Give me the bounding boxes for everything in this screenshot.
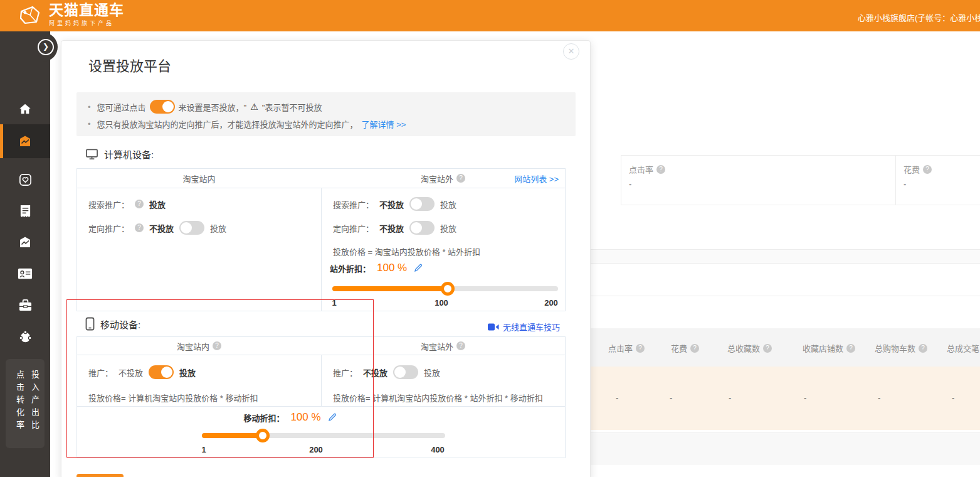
offsite-discount-row: 站外折扣： 100 % <box>330 262 423 274</box>
sidebar-item-toolbox[interactable] <box>0 290 50 320</box>
row-divider <box>77 406 565 407</box>
stat-card-cost: 花费 - <box>895 156 980 205</box>
help-icon[interactable] <box>135 223 144 232</box>
sidebar-item-creative[interactable] <box>0 227 50 257</box>
stat-value: - <box>904 180 906 189</box>
help-icon[interactable] <box>213 341 221 350</box>
mobile-out-formula: 投放价格= 计算机淘宝站内投放价格 * 站外折扣 * 移动折扣 <box>333 392 543 404</box>
learn-more-link[interactable]: 了解详情 >> <box>362 118 406 130</box>
slider-handle[interactable] <box>256 429 270 442</box>
report-list-icon <box>19 204 32 218</box>
computer-out-search-row: 搜索推广： 不投放 投放 <box>333 196 456 212</box>
briefcase-icon <box>18 299 33 312</box>
edit-pencil-icon[interactable] <box>413 263 423 273</box>
sidebar-item-favorites[interactable] <box>0 164 50 195</box>
video-camera-icon <box>488 323 499 331</box>
example-toggle[interactable] <box>150 100 175 114</box>
stat-label: 花费 <box>904 163 920 175</box>
network-globe-icon <box>18 330 33 344</box>
sidebar-item-home[interactable] <box>0 94 50 124</box>
promotion-icon <box>18 134 33 149</box>
save-button[interactable] <box>76 474 124 477</box>
help-icon[interactable] <box>690 344 699 353</box>
sidebar-item-report[interactable] <box>0 196 50 226</box>
brand-logo[interactable]: 天猫直通车 阿里妈妈旗下产品 <box>18 3 124 27</box>
help-icon[interactable] <box>456 341 465 350</box>
picture-frame-icon <box>18 235 33 250</box>
mobile-phone-icon <box>85 317 95 331</box>
report-table-footer <box>589 432 980 464</box>
tip-line-1: 您可通过点击 来设置是否投放，""表示暂不可投放 <box>88 100 322 114</box>
computer-in-search-row: 搜索推广： 投放 <box>88 196 166 212</box>
mobile-discount-slider[interactable] <box>202 433 445 438</box>
computer-out-targeted-row: 定向推广： 不投放 投放 <box>333 220 456 235</box>
toolbar-band <box>589 249 980 264</box>
stat-card-ctr: 点击率 - <box>621 156 896 205</box>
tip-line-2: 您只有投放淘宝站内的定向推广后，才能选择投放淘宝站外的定向推广，了解详情 >> <box>88 118 406 130</box>
computer-in-targeted-toggle[interactable] <box>179 221 204 235</box>
metric-tab-roi[interactable]: 投入产出比 <box>29 370 41 433</box>
report-table-row: - - - - - - <box>589 367 980 430</box>
mobile-section-header: 移动设备: <box>85 317 140 331</box>
train-logo-icon <box>18 3 43 27</box>
account-info[interactable]: 心雅小栈旗舰店(子帐号：心雅小栈 <box>858 11 980 23</box>
computer-section-header: 计算机设备: <box>85 147 154 161</box>
help-icon[interactable] <box>846 344 855 353</box>
stat-strip: 点击率 - 花费 - <box>621 155 980 205</box>
help-icon[interactable] <box>656 165 665 174</box>
tips-box: 您可通过点击 来设置是否投放，""表示暂不可投放 您只有投放淘宝站内的定向推广后… <box>76 92 576 136</box>
column-divider <box>321 188 322 311</box>
mobile-table: 淘宝站内 淘宝站外 推广： 不投放 投放 投放价格= 计算机淘宝站内投放价格 *… <box>76 336 566 458</box>
help-icon[interactable] <box>923 165 932 174</box>
mobile-discount-row: 移动折扣： 100 % <box>190 411 391 424</box>
brand-subtitle: 阿里妈妈旗下产品 <box>49 19 124 27</box>
help-icon[interactable] <box>636 344 645 353</box>
close-icon[interactable] <box>563 43 579 60</box>
computer-table: 淘宝站内 淘宝站外 网站列表 >> 搜索推广： 投放 定向推广： 不投放 投放 … <box>76 168 566 311</box>
stat-value: - <box>629 180 631 189</box>
help-icon[interactable] <box>763 344 772 353</box>
help-icon[interactable] <box>919 344 927 353</box>
computer-icon <box>85 148 98 161</box>
modal-title: 设置投放平台 <box>88 55 171 75</box>
help-icon[interactable] <box>456 174 465 183</box>
mobile-in-toggle[interactable] <box>149 365 174 379</box>
mobile-out-promo-row: 推广： 不投放 投放 <box>333 365 440 380</box>
home-icon <box>18 102 32 116</box>
brand-title: 天猫直通车 <box>49 3 124 18</box>
divider <box>589 296 980 296</box>
mobile-table-head: 淘宝站内 淘宝站外 <box>77 337 565 355</box>
wireless-tips-link[interactable]: 无线直通车技巧 <box>488 321 560 333</box>
computer-out-targeted-toggle[interactable] <box>409 221 435 235</box>
sidebar-item-promotion-active[interactable] <box>0 124 50 158</box>
sidebar-collapse-icon[interactable] <box>38 39 54 55</box>
top-header: 天猫直通车 阿里妈妈旗下产品 心雅小栈旗舰店(子帐号：心雅小栈 <box>0 0 980 31</box>
metric-tab-ctr[interactable]: 点击转化率 <box>14 370 26 433</box>
sidebar-item-network[interactable] <box>0 321 50 351</box>
set-platform-modal: 设置投放平台 您可通过点击 来设置是否投放，""表示暂不可投放 您只有投放淘宝站… <box>61 40 591 477</box>
page: { "header": { "brand_title": "天猫直通车", "b… <box>0 0 980 477</box>
mobile-out-toggle[interactable] <box>393 365 418 379</box>
metric-panel: 点击转化率 投入产出比 <box>6 359 45 448</box>
computer-table-head: 淘宝站内 淘宝站外 网站列表 >> <box>77 169 565 188</box>
id-card-icon <box>18 267 33 280</box>
offsite-discount-slider[interactable] <box>332 286 558 291</box>
stat-label: 点击率 <box>629 163 653 175</box>
heart-icon <box>18 173 33 187</box>
report-table-header: 点击率 花费 总收藏数 收藏店铺数 总购物车数 总成交笔 <box>589 328 980 367</box>
edit-pencil-icon[interactable] <box>327 412 337 422</box>
slider-handle[interactable] <box>441 282 455 296</box>
computer-out-search-toggle[interactable] <box>409 197 435 211</box>
column-divider <box>321 355 322 406</box>
computer-in-targeted-row: 定向推广： 不投放 投放 <box>88 220 226 235</box>
warning-icon <box>250 102 258 112</box>
help-icon[interactable] <box>135 200 144 208</box>
out-price-formula: 投放价格 = 淘宝站内投放价格 * 站外折扣 <box>333 245 480 257</box>
sidebar: 点击转化率 投入产出比 <box>0 31 50 477</box>
sidebar-item-account[interactable] <box>0 259 50 289</box>
site-list-link[interactable]: 网站列表 >> <box>514 173 559 185</box>
mobile-in-promo-row: 推广： 不投放 投放 <box>88 365 196 380</box>
mobile-in-formula: 投放价格= 计算机淘宝站内投放价格 * 移动折扣 <box>88 392 258 404</box>
